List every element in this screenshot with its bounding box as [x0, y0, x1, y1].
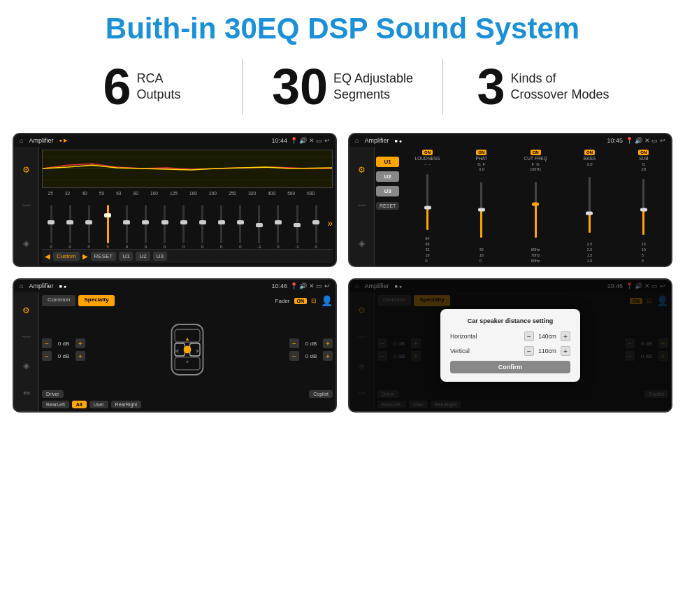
strip-sub-on[interactable]: ON — [638, 150, 649, 155]
slider-63[interactable]: 0 — [117, 205, 136, 249]
fader-all-btn[interactable]: All — [72, 401, 87, 408]
crossover-status-bar: ⌂ Amplifier ■ ● 10:45 📍 🔊 ✕ ▭ ↩ — [349, 134, 671, 147]
eq-sidebar-eq-icon[interactable]: ⚙ — [22, 165, 30, 175]
db1-plus-btn[interactable]: + — [75, 338, 85, 348]
slider-200[interactable]: 0 — [212, 205, 231, 249]
strip-cutfreq-on[interactable]: ON — [531, 150, 541, 155]
slider-160[interactable]: 0 — [194, 205, 212, 249]
fader-sidebar-wave-icon[interactable]: 〰 — [22, 333, 31, 343]
fader-screen: ⌂ Amplifier ■ ● 10:46 📍 🔊 ✕ ▭ ↩ ⚙ 〰 ◈ ⇔ … — [13, 278, 337, 413]
eq-u2-btn[interactable]: U2 — [136, 252, 150, 261]
crossover-time: 10:45 — [607, 137, 623, 144]
fader-status-bar: ⌂ Amplifier ■ ● 10:46 📍 🔊 ✕ ▭ ↩ — [14, 280, 336, 292]
strip-bass-on[interactable]: ON — [584, 150, 595, 155]
crossover-home-icon[interactable]: ⌂ — [355, 137, 359, 144]
strip-bass-slider[interactable] — [584, 167, 595, 242]
crossover-sidebar-speaker-icon[interactable]: ◈ — [359, 238, 365, 248]
eq-freq-labels: 2532 4050 6380 100125 160200 250320 4005… — [42, 191, 333, 196]
eq-u3-btn[interactable]: U3 — [153, 252, 167, 261]
eq-status-icons: 📍 🔊 ✕ ▭ ↩ — [290, 137, 330, 144]
crossover-u3-btn[interactable]: U3 — [376, 186, 399, 196]
slider-32[interactable]: 0 — [61, 205, 79, 249]
fader-home-icon[interactable]: ⌂ — [20, 282, 23, 289]
slider-125[interactable]: 0 — [175, 205, 193, 249]
fader-sidebar-arrows-icon[interactable]: ⇔ — [23, 388, 30, 398]
fader-tab-specialty[interactable]: Specialty — [78, 295, 114, 306]
eq-sliders: 0 0 0 5 0 0 0 0 0 0 0 -1 0 -1 0 — [42, 197, 333, 249]
crossover-u1-btn[interactable]: U1 — [376, 157, 399, 167]
slider-630[interactable]: 0 — [307, 205, 325, 249]
strip-phat-on[interactable]: ON — [476, 150, 486, 155]
horizontal-minus-btn[interactable]: − — [524, 331, 534, 341]
fader-person-icon[interactable]: 👤 — [321, 295, 333, 306]
fader-main-content: Common Specialty Fader ON ⊟ 👤 − 0 dB — [39, 292, 336, 411]
fader-driver-btn[interactable]: Driver — [42, 390, 64, 398]
fader-sidebar-speaker-icon[interactable]: ◈ — [23, 361, 29, 371]
slider-100[interactable]: 0 — [155, 205, 173, 249]
dialog-title: Car speaker distance setting — [450, 317, 570, 324]
vertical-minus-btn[interactable]: − — [524, 346, 534, 356]
fader-user-btn[interactable]: User — [89, 401, 108, 408]
db4-minus-btn[interactable]: − — [289, 351, 299, 361]
db3-minus-btn[interactable]: − — [289, 338, 299, 348]
slider-250[interactable]: 0 — [231, 205, 250, 249]
eq-scroll-right[interactable]: » — [327, 217, 333, 229]
db1-minus-btn[interactable]: − — [42, 338, 52, 348]
eq-graph — [42, 150, 333, 188]
eq-play-icon[interactable]: ▶ — [82, 252, 88, 260]
crossover-sidebar-eq-icon[interactable]: ⚙ — [358, 165, 366, 175]
eq-sidebar-speaker-icon[interactable]: ◈ — [23, 238, 29, 248]
slider-25[interactable]: 0 — [42, 205, 60, 249]
fader-rearright-btn[interactable]: RearRight — [111, 401, 142, 408]
strip-loudness: ONLOUDNESS ~~ 644832160 — [401, 150, 453, 263]
crossover-screen-title: Amplifier — [364, 137, 389, 144]
eq-custom-btn[interactable]: Custom — [53, 252, 80, 261]
crossover-u2-btn[interactable]: U2 — [376, 171, 399, 182]
eq-sliders-area: 2532 4050 6380 100125 160200 250320 4005… — [42, 191, 333, 249]
db-row-2: − 0 dB + — [42, 351, 85, 361]
dialog-screen: ⌂ Amplifier ■ ● 10:46 📍 🔊 ✕ ▭ ↩ ⚙ 〰 ◈ ⇔ … — [348, 278, 672, 413]
strip-phat-slider[interactable] — [476, 172, 487, 248]
home-icon[interactable]: ⌂ — [20, 137, 23, 144]
slider-400[interactable]: 0 — [269, 205, 287, 249]
fader-on-btn[interactable]: ON — [294, 298, 308, 304]
fader-copilot-btn[interactable]: Copilot — [309, 390, 333, 398]
crossover-sidebar-wave-icon[interactable]: 〰 — [358, 201, 366, 211]
db3-plus-btn[interactable]: + — [323, 338, 333, 348]
strip-loudness-slider[interactable] — [422, 167, 433, 236]
fader-tab-common[interactable]: Common — [42, 295, 75, 306]
fader-bottom-bar-2: RearLeft All User RearRight — [42, 401, 333, 408]
dialog-horizontal-row: Horizontal − 140cm + — [450, 331, 570, 341]
horizontal-plus-btn[interactable]: + — [561, 331, 570, 341]
svg-text:▲: ▲ — [185, 336, 189, 342]
stat-rca: 6 RCA Outputs — [42, 62, 242, 112]
crossover-sidebar: ⚙ 〰 ◈ — [349, 147, 375, 266]
db4-plus-btn[interactable]: + — [323, 351, 333, 361]
slider-50[interactable]: 5 — [99, 205, 117, 249]
dialog-vertical-row: Vertical − 110cm + — [450, 346, 570, 356]
strip-sub-slider[interactable] — [638, 172, 649, 242]
db-row-3: − 0 dB + — [289, 338, 333, 348]
slider-500[interactable]: -1 — [288, 205, 306, 249]
strip-cutfreq-slider[interactable] — [530, 172, 541, 248]
stat-crossover-text: Kinds of Crossover Modes — [511, 71, 610, 103]
db2-minus-btn[interactable]: − — [42, 351, 52, 361]
slider-80[interactable]: 0 — [136, 205, 154, 249]
vertical-plus-btn[interactable]: + — [561, 346, 570, 356]
eq-prev-icon[interactable]: ◀ — [45, 252, 50, 260]
eq-reset-btn[interactable]: RESET — [91, 252, 117, 261]
eq-sidebar-wave-icon[interactable]: 〰 — [22, 201, 31, 211]
fader-sidebar-eq-icon[interactable]: ⚙ — [22, 306, 30, 315]
fader-rearleft-btn[interactable]: RearLeft — [42, 401, 69, 408]
slider-40[interactable]: 0 — [80, 205, 98, 249]
strip-loudness-on[interactable]: ON — [422, 150, 433, 155]
db2-plus-btn[interactable]: + — [75, 351, 85, 361]
dialog-confirm-btn[interactable]: Confirm — [450, 361, 570, 373]
eq-u1-btn[interactable]: U1 — [119, 252, 133, 261]
slider-320[interactable]: -1 — [250, 205, 268, 249]
fader-bottom-bar: Driver Copilot — [42, 390, 333, 398]
crossover-reset-btn[interactable]: RESET — [376, 202, 399, 210]
speaker-distance-dialog: Car speaker distance setting Horizontal … — [440, 309, 580, 382]
eq-status-bar: ⌂ Amplifier ● ▶ 10:44 📍 🔊 ✕ ▭ ↩ — [14, 134, 336, 147]
svg-point-8 — [184, 346, 192, 354]
